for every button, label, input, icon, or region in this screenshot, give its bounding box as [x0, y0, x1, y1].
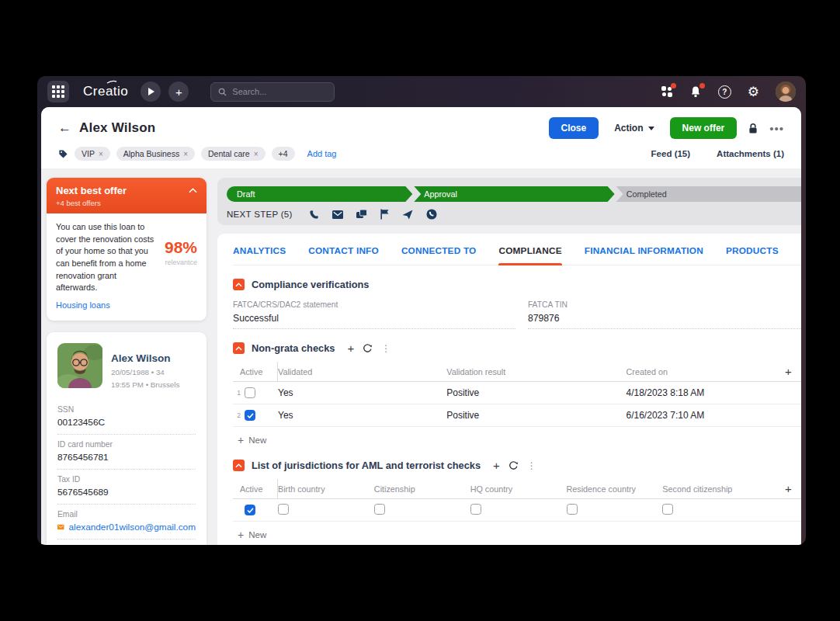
column-header-residence-country[interactable]: Residence country	[567, 484, 663, 494]
close-button[interactable]: Close	[549, 117, 599, 139]
kebab-menu-icon[interactable]: ⋮	[800, 366, 801, 377]
column-header-citizenship[interactable]: Citizenship	[374, 484, 470, 494]
left-sidebar: Next best offer +4 best offers You can u…	[47, 178, 207, 545]
more-tags-pill[interactable]: +4	[272, 147, 295, 161]
column-header-created-on[interactable]: Created on	[627, 367, 773, 376]
offer-link[interactable]: Housing loans	[56, 300, 110, 310]
tab-financial-information[interactable]: FINANCIAL INFORMATION	[585, 245, 703, 265]
back-button[interactable]: ←	[58, 120, 71, 136]
phone-icon[interactable]	[309, 210, 319, 220]
chat-icon[interactable]	[356, 210, 367, 220]
second-citizenship-checkbox[interactable]	[662, 504, 673, 515]
active-checkbox[interactable]	[245, 505, 255, 515]
profile-field-phone: Phone 326988569696	[57, 539, 196, 545]
quick-add-button[interactable]: +	[168, 82, 189, 102]
column-header-birth-country[interactable]: Birth country	[278, 484, 374, 494]
profile-field-ssn: SSN 00123456C	[57, 400, 196, 435]
tab-products[interactable]: PRODUCTS	[726, 245, 779, 265]
add-tag-button[interactable]: Add tag	[307, 149, 337, 158]
hq-country-checkbox[interactable]	[470, 504, 481, 515]
add-row-icon[interactable]: +	[785, 366, 792, 377]
stage-draft[interactable]: Draft	[227, 186, 412, 202]
collapse-section-icon[interactable]	[233, 279, 245, 290]
search-input[interactable]	[232, 87, 318, 96]
attachments-link[interactable]: Attachments (1)	[717, 149, 784, 158]
remove-tag-icon[interactable]: ×	[254, 150, 259, 158]
relevance-value: 98%	[165, 238, 197, 257]
lock-icon[interactable]	[748, 123, 758, 134]
settings-icon[interactable]: ⚙	[748, 85, 759, 99]
column-header-active[interactable]: Active	[233, 479, 278, 498]
tab-connected-to[interactable]: CONNECTED TO	[401, 245, 477, 265]
flag-icon[interactable]	[380, 209, 389, 220]
stage-approval[interactable]: Approval	[414, 186, 614, 202]
chevron-up-icon[interactable]	[189, 188, 197, 193]
plus-icon: +	[238, 529, 244, 541]
tab-compliance[interactable]: COMPLIANCE	[498, 245, 561, 265]
tab-bar: ANALYTICS CONTACT INFO CONNECTED TO COMP…	[233, 234, 801, 265]
field-fatca-statement[interactable]: FATCA/CRS/DAC2 statement Successful	[233, 300, 515, 329]
email-icon[interactable]	[332, 210, 343, 219]
column-header-validation-result[interactable]: Validation result	[446, 367, 626, 376]
column-header-validated[interactable]: Validated	[278, 367, 446, 376]
refresh-icon[interactable]	[363, 343, 373, 353]
search-icon	[218, 88, 227, 96]
help-icon[interactable]: ?	[718, 85, 731, 99]
new-offer-button[interactable]: New offer	[670, 117, 738, 139]
table-row[interactable]: 1 Yes Positive 4/18/2023 8:18 AM	[233, 382, 801, 404]
remove-tag-icon[interactable]: ×	[99, 150, 103, 158]
tab-contact-info[interactable]: CONTACT INFO	[308, 245, 379, 265]
column-header-second-citizenship[interactable]: Second citizenship	[662, 484, 772, 494]
feed-link[interactable]: Feed (15)	[651, 149, 691, 158]
active-checkbox[interactable]	[245, 410, 255, 421]
tag-pill[interactable]: Dental care×	[201, 147, 266, 161]
collapse-section-icon[interactable]	[233, 342, 245, 354]
logo-swash-icon	[106, 80, 117, 85]
contact-name: Alex Wilson	[111, 352, 179, 364]
collapse-section-icon[interactable]	[233, 460, 245, 471]
next-best-offer-header[interactable]: Next best offer +4 best offers	[47, 178, 207, 213]
whatsapp-icon[interactable]	[426, 209, 437, 220]
new-row-button[interactable]: + New	[238, 434, 266, 446]
more-options-icon[interactable]: •••	[769, 122, 784, 135]
column-header-hq-country[interactable]: HQ country	[470, 484, 567, 494]
remove-tag-icon[interactable]: ×	[183, 150, 188, 158]
new-row-button[interactable]: + New	[238, 529, 266, 541]
next-best-offer-card: Next best offer +4 best offers You can u…	[47, 178, 207, 321]
kebab-menu-icon[interactable]: ⋮	[800, 484, 801, 494]
top-navbar: Creatio +	[37, 76, 806, 107]
user-avatar[interactable]	[776, 82, 796, 102]
stage-completed[interactable]: Completed	[616, 186, 801, 202]
action-button[interactable]: Action	[609, 117, 658, 139]
screenshot-stage: Creatio +	[0, 0, 840, 621]
send-icon[interactable]	[402, 210, 413, 220]
table-row[interactable]: 2 Yes Positive 6/16/2023 7:10 AM	[233, 404, 801, 427]
field-fatca-tin[interactable]: FATCA TIN 879876	[528, 300, 801, 329]
citizenship-checkbox[interactable]	[374, 504, 385, 515]
section-non-grata-checks: Non-grata checks + ⋮ Active	[233, 342, 801, 446]
residence-country-checkbox[interactable]	[567, 504, 578, 515]
notifications-icon[interactable]	[689, 85, 702, 99]
apps-grid-icon[interactable]	[47, 81, 69, 102]
column-header-active[interactable]: Active	[233, 362, 278, 381]
kebab-menu-icon[interactable]: ⋮	[381, 343, 390, 354]
chevron-down-icon	[648, 127, 654, 130]
birth-country-checkbox[interactable]	[278, 504, 289, 515]
profile-field-id-card: ID card number 8765456781	[57, 435, 196, 470]
active-checkbox[interactable]	[245, 387, 255, 398]
relevance-label: relevantce	[165, 258, 197, 266]
add-record-icon[interactable]: +	[493, 460, 500, 471]
tag-pill[interactable]: VIP×	[75, 147, 110, 161]
kebab-menu-icon[interactable]: ⋮	[527, 460, 536, 471]
marketplace-icon[interactable]	[661, 85, 673, 98]
tab-analytics[interactable]: ANALYTICS	[233, 245, 286, 265]
add-row-icon[interactable]: +	[785, 483, 792, 494]
tag-pill[interactable]: Alpha Business×	[116, 147, 195, 161]
add-record-icon[interactable]: +	[347, 342, 354, 354]
refresh-icon[interactable]	[509, 460, 519, 470]
table-row[interactable]	[233, 499, 801, 522]
email-link[interactable]: alexander01wilson@gmail.com	[57, 522, 196, 533]
process-play-button[interactable]	[141, 82, 161, 102]
jurisdictions-table: Active Birth country Citizenship HQ coun…	[233, 479, 801, 541]
global-search[interactable]	[210, 82, 335, 102]
